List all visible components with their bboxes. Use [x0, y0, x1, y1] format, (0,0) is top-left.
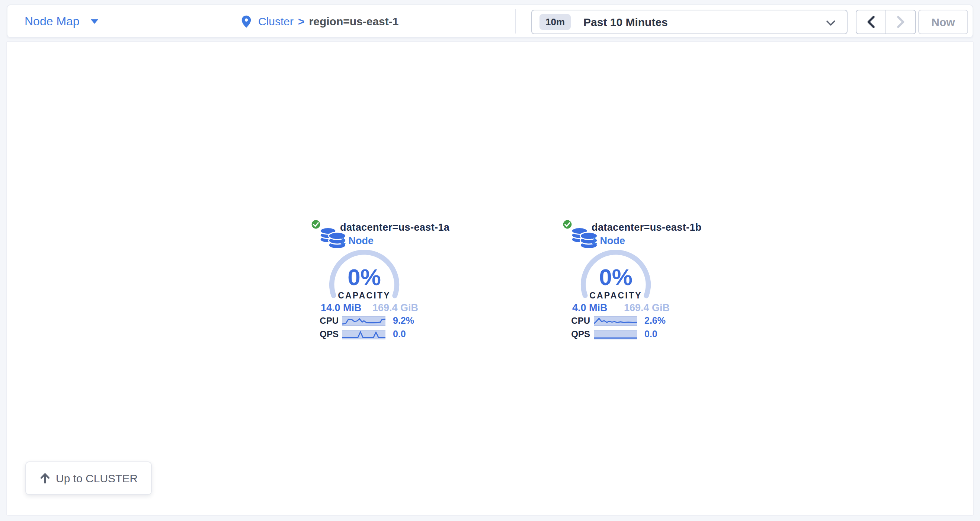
- now-button[interactable]: Now: [918, 10, 968, 34]
- time-range-dropdown[interactable]: 10m Past 10 Minutes: [531, 10, 848, 34]
- cpu-label: CPU: [310, 315, 339, 326]
- next-time-button[interactable]: [886, 10, 915, 33]
- view-selector-dropdown[interactable]: Node Map: [25, 5, 98, 37]
- datacenter-meta: datacenter=us-east-1b 1 Node: [592, 222, 702, 246]
- datacenter-card-us-east-1a[interactable]: datacenter=us-east-1a 1 Node 0% CAPACITY…: [310, 219, 446, 345]
- topbar: Node Map Cluster > region=us-east-1 10m …: [7, 5, 973, 38]
- location-pin-icon: [241, 14, 251, 28]
- cpu-label: CPU: [562, 315, 590, 326]
- up-to-cluster-label: Up to CLUSTER: [56, 472, 138, 484]
- cpu-value: 2.6%: [644, 315, 666, 326]
- topbar-divider: [515, 9, 515, 33]
- time-nav-group: [856, 10, 916, 34]
- capacity-percent: 0%: [580, 264, 652, 291]
- capacity-used: 4.0 MiB: [572, 302, 608, 313]
- view-selector-label: Node Map: [25, 14, 80, 28]
- arrow-up-icon: [40, 473, 51, 484]
- breadcrumb: Cluster > region=us-east-1: [241, 5, 399, 37]
- qps-sparkline: [342, 329, 385, 339]
- cpu-sparkline: [342, 316, 385, 326]
- node-count: 1 Node: [340, 235, 449, 246]
- capacity-minmax: 14.0 MiB 169.4 GiB: [321, 302, 418, 313]
- datacenter-meta: datacenter=us-east-1a 1 Node: [340, 222, 449, 246]
- up-to-cluster-button[interactable]: Up to CLUSTER: [25, 462, 152, 495]
- node-count: 1 Node: [592, 235, 702, 246]
- chevron-right-icon: [897, 16, 905, 28]
- chevron-left-icon: [867, 16, 875, 28]
- datacenter-title: datacenter=us-east-1b: [592, 222, 702, 233]
- cpu-value: 9.2%: [393, 315, 414, 326]
- cpu-sparkline: [594, 316, 637, 326]
- node-map-canvas: [6, 41, 974, 516]
- node-map-page: Node Map Cluster > region=us-east-1 10m …: [0, 0, 980, 521]
- capacity-label: CAPACITY: [580, 291, 652, 300]
- capacity-used: 14.0 MiB: [321, 302, 362, 313]
- qps-sparkline: [594, 329, 637, 339]
- qps-label: QPS: [310, 329, 339, 339]
- breadcrumb-separator: >: [298, 15, 305, 27]
- breadcrumb-current-location: region=us-east-1: [309, 15, 399, 27]
- chevron-down-icon: [826, 20, 836, 26]
- cpu-metric-row: CPU 9.2%: [310, 315, 414, 326]
- capacity-percent: 0%: [328, 264, 400, 291]
- qps-value: 0.0: [644, 329, 657, 339]
- breadcrumb-cluster-link[interactable]: Cluster: [258, 15, 294, 27]
- datacenter-card-us-east-1b[interactable]: datacenter=us-east-1b 1 Node 0% CAPACITY…: [562, 219, 697, 345]
- datacenter-title: datacenter=us-east-1a: [340, 222, 449, 233]
- time-range-badge: 10m: [539, 14, 571, 30]
- cpu-metric-row: CPU 2.6%: [562, 315, 666, 326]
- capacity-label: CAPACITY: [328, 291, 400, 300]
- qps-value: 0.0: [393, 329, 406, 339]
- qps-metric-row: QPS 0.0: [310, 329, 406, 339]
- qps-metric-row: QPS 0.0: [562, 329, 657, 339]
- capacity-total: 169.4 GiB: [372, 302, 418, 313]
- capacity-total: 169.4 GiB: [624, 302, 670, 313]
- capacity-minmax: 4.0 MiB 169.4 GiB: [572, 302, 670, 313]
- prev-time-button[interactable]: [856, 10, 886, 33]
- chevron-down-icon: [91, 19, 98, 24]
- qps-label: QPS: [562, 329, 590, 339]
- time-range-label: Past 10 Minutes: [583, 16, 668, 28]
